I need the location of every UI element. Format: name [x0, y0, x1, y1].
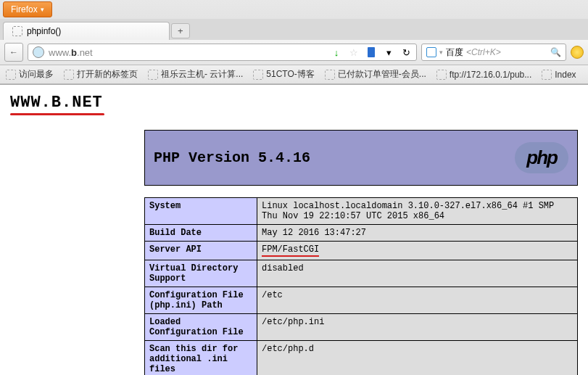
php-version-header: PHP Version 5.4.16 php	[144, 130, 578, 186]
new-tab-button[interactable]: +	[171, 23, 190, 38]
firefox-menu-bar: Firefox	[0, 0, 588, 19]
search-engine-label: 百度	[446, 46, 463, 59]
page-heading: WWW.B.NET	[10, 94, 578, 112]
bookmark-icon	[148, 70, 158, 80]
back-button[interactable]: ←	[4, 43, 23, 62]
page-content: WWW.B.NET PHP Version 5.4.16 php SystemL…	[0, 85, 588, 375]
cell-key: Server API	[145, 242, 257, 260]
globe-icon	[33, 46, 44, 58]
baidu-icon	[426, 47, 436, 57]
search-box[interactable]: ▾ 百度 <Ctrl+K> 🔍	[421, 44, 566, 61]
bookmark-icon	[325, 70, 335, 80]
nav-bar: ← www.b.net ↓ ☆ ▾ ↻ ▾ 百度 <Ctrl+K> 🔍	[0, 40, 588, 65]
cell-key: Scan this dir for additional .ini files	[145, 341, 257, 376]
url-bar[interactable]: www.b.net ↓ ☆ ▾ ↻	[28, 44, 417, 61]
reload-icon[interactable]: ↻	[400, 46, 412, 58]
cell-value: /etc	[257, 287, 578, 314]
bookmark-item[interactable]: 祖乐云主机- 云计算...	[148, 68, 243, 81]
cell-key: Loaded Configuration File	[145, 314, 257, 341]
bookmark-item[interactable]: Index	[542, 70, 576, 80]
url-text: www.b.net	[49, 47, 326, 58]
table-row: Server APIFPM/FastCGI	[145, 242, 578, 260]
bookmark-item[interactable]: ftp://172.16.0.1/pub...	[436, 70, 531, 80]
bookmark-item[interactable]: 51CTO-博客	[253, 68, 314, 81]
cell-value: Linux localhost.localdomain 3.10.0-327.e…	[257, 198, 578, 225]
cell-value: May 12 2016 13:47:27	[257, 225, 578, 242]
search-placeholder: <Ctrl+K>	[466, 47, 547, 57]
bookmark-item[interactable]: 访问最多	[6, 68, 54, 81]
php-logo: php	[515, 142, 568, 173]
tab-title: phpinfo()	[27, 26, 61, 36]
bookmark-icon	[542, 70, 552, 80]
download-icon[interactable]: ↓	[331, 46, 342, 58]
cell-key: Build Date	[145, 225, 257, 242]
cell-key: System	[145, 198, 257, 225]
bookmark-star-icon[interactable]: ☆	[348, 46, 360, 58]
cell-key: Configuration File (php.ini) Path	[145, 287, 257, 314]
bookmark-bar: 访问最多 打开新的标签页 祖乐云主机- 云计算... 51CTO-博客 已付款订…	[0, 65, 588, 84]
firefox-menu-button[interactable]: Firefox	[3, 1, 52, 17]
phpinfo-table: SystemLinux localhost.localdomain 3.10.0…	[144, 197, 578, 375]
dropdown-icon[interactable]: ▾	[439, 49, 443, 56]
php-version-title: PHP Version 5.4.16	[154, 149, 310, 166]
table-row: Loaded Configuration File/etc/php.ini	[145, 314, 578, 341]
annotation-underline	[10, 113, 104, 115]
search-icon[interactable]: 🔍	[550, 47, 561, 57]
smiley-icon[interactable]	[571, 46, 584, 59]
browser-chrome: Firefox phpinfo() + ← www.b.net ↓ ☆ ▾ ↻ …	[0, 0, 588, 85]
bookmark-icon	[436, 70, 447, 80]
phpinfo-container: PHP Version 5.4.16 php SystemLinux local…	[144, 130, 578, 375]
tab-phpinfo[interactable]: phpinfo()	[3, 22, 170, 40]
bookmark-icon	[6, 70, 16, 80]
page-icon	[12, 26, 22, 36]
bookmark-icon	[253, 70, 263, 80]
table-row: SystemLinux localhost.localdomain 3.10.0…	[145, 198, 578, 225]
table-row: Scan this dir for additional .ini files/…	[145, 341, 578, 376]
cell-value: /etc/php.d	[257, 341, 578, 376]
tab-bar: phpinfo() +	[0, 19, 588, 40]
table-row: Virtual Directory Supportdisabled	[145, 260, 578, 287]
bookmark-item[interactable]: 打开新的标签页	[64, 68, 138, 81]
phone-icon[interactable]	[365, 46, 377, 58]
cell-value: FPM/FastCGI	[257, 242, 578, 260]
cell-value: /etc/php.ini	[257, 314, 578, 341]
cell-value: disabled	[257, 260, 578, 287]
history-dropdown-icon[interactable]: ▾	[383, 46, 394, 58]
cell-key: Virtual Directory Support	[145, 260, 257, 287]
table-row: Configuration File (php.ini) Path/etc	[145, 287, 578, 314]
table-row: Build DateMay 12 2016 13:47:27	[145, 225, 578, 242]
bookmark-item[interactable]: 已付款订单管理-会员...	[325, 68, 426, 81]
bookmark-icon	[64, 70, 74, 80]
